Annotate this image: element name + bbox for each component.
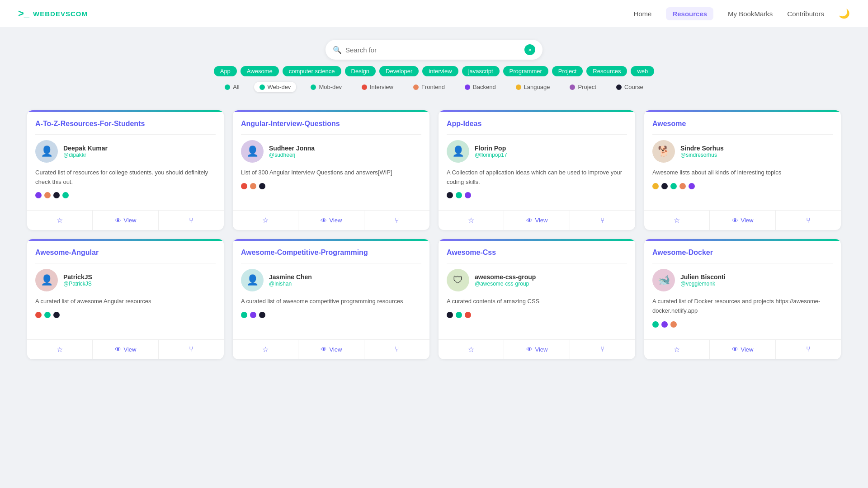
tag-programmer[interactable]: Programmer: [503, 66, 548, 76]
tag-dot: [259, 183, 265, 189]
filter-frontend[interactable]: Frontend: [408, 82, 450, 92]
view-button[interactable]: View: [710, 340, 775, 359]
dark-mode-toggle[interactable]: 🌙: [839, 8, 850, 19]
author-handle[interactable]: @PatrickJS: [63, 281, 92, 287]
clear-search-button[interactable]: ×: [524, 44, 535, 55]
tag-javascript[interactable]: javascript: [462, 66, 500, 76]
author-handle[interactable]: @sudheerj: [269, 152, 315, 158]
star-icon: [262, 216, 269, 225]
filter-mob-dev[interactable]: Mob-dev: [305, 82, 347, 92]
card-tags-dots: [35, 312, 216, 318]
view-label: View: [124, 346, 137, 353]
card-title[interactable]: Awesome: [652, 119, 833, 129]
card-content: Awesome-Competitive-Programming👤Jasmine …: [233, 241, 429, 339]
eye-icon: [526, 217, 533, 224]
author-handle[interactable]: @florinpop17: [475, 152, 507, 158]
card-title[interactable]: Awesome-Angular: [35, 248, 216, 258]
fork-button[interactable]: [776, 211, 841, 230]
star-button[interactable]: [233, 211, 298, 230]
view-label: View: [330, 346, 342, 353]
nav-resources[interactable]: Resources: [666, 7, 713, 20]
fork-button[interactable]: [159, 340, 224, 359]
fork-button[interactable]: [776, 340, 841, 359]
card-divider: [652, 134, 833, 135]
view-button[interactable]: View: [298, 211, 364, 230]
tag-project[interactable]: Project: [552, 66, 583, 76]
filter-web-dev[interactable]: Web-dev: [254, 82, 297, 92]
card-tags-dots: [447, 312, 627, 318]
author-info: awesome-css-group@awesome-css-group: [475, 273, 536, 287]
tag-developer[interactable]: Developer: [379, 66, 419, 76]
view-label: View: [535, 346, 548, 353]
card-title[interactable]: Awesome-Css: [447, 248, 627, 258]
star-button[interactable]: [233, 340, 298, 359]
tag-web[interactable]: web: [631, 66, 654, 76]
card-footer: View: [439, 339, 635, 359]
nav-contributors[interactable]: Contributors: [787, 10, 824, 18]
fork-button[interactable]: [364, 340, 429, 359]
star-button[interactable]: [439, 340, 504, 359]
tag-app[interactable]: App: [214, 66, 237, 76]
star-button[interactable]: [644, 211, 710, 230]
logo[interactable]: >_ WEBDEVSCOM: [18, 8, 88, 19]
view-button[interactable]: View: [504, 340, 570, 359]
star-button[interactable]: [27, 340, 93, 359]
filter-backend[interactable]: Backend: [459, 82, 501, 92]
tag-computer-science[interactable]: computer science: [283, 66, 341, 76]
filter-interview[interactable]: Interview: [356, 82, 399, 92]
card-title[interactable]: Angular-Interview-Questions: [241, 119, 421, 129]
eye-icon: [526, 346, 533, 353]
fork-button[interactable]: [364, 211, 429, 230]
search-input[interactable]: [345, 46, 521, 54]
view-button[interactable]: View: [93, 211, 158, 230]
star-button[interactable]: [439, 211, 504, 230]
card-description: A curated contents of amazing CSS: [447, 297, 627, 306]
tag-resources[interactable]: Resources: [586, 66, 627, 76]
author-info: Deepak Kumar@dipakkr: [63, 145, 108, 158]
view-button[interactable]: View: [504, 211, 570, 230]
view-label: View: [124, 217, 137, 224]
author-handle[interactable]: @veggiemonk: [680, 281, 726, 287]
star-button[interactable]: [644, 340, 710, 359]
filter-label: Web-dev: [268, 84, 291, 90]
card-title[interactable]: A-To-Z-Resources-For-Students: [35, 119, 216, 129]
card-title[interactable]: App-Ideas: [447, 119, 627, 129]
fork-button[interactable]: [570, 211, 635, 230]
fork-button[interactable]: [159, 211, 224, 230]
nav-bookmarks[interactable]: My BookMarks: [728, 10, 773, 18]
filter-dot: [259, 84, 265, 90]
nav-home[interactable]: Home: [633, 10, 651, 18]
filter-course[interactable]: Course: [611, 82, 649, 92]
filter-dot: [516, 84, 521, 90]
card-author: 👤Florin Pop@florinpop17: [447, 140, 627, 163]
tag-dot: [259, 312, 265, 318]
view-button[interactable]: View: [298, 340, 364, 359]
star-button[interactable]: [27, 211, 93, 230]
fork-button[interactable]: [570, 340, 635, 359]
author-handle[interactable]: @awesome-css-group: [475, 281, 536, 287]
author-handle[interactable]: @dipakkr: [63, 152, 108, 158]
card-title[interactable]: Awesome-Competitive-Programming: [241, 248, 421, 258]
filter-project[interactable]: Project: [564, 82, 601, 92]
view-button[interactable]: View: [93, 340, 158, 359]
tag-dot: [62, 192, 69, 198]
filter-language[interactable]: Language: [510, 82, 556, 92]
eye-icon: [732, 217, 738, 224]
filter-dot: [413, 84, 419, 90]
eye-icon: [115, 217, 121, 224]
author-handle[interactable]: @sindresorhus: [680, 152, 724, 158]
tag-design[interactable]: Design: [345, 66, 376, 76]
view-button[interactable]: View: [710, 211, 775, 230]
tag-awesome[interactable]: Awesome: [241, 66, 279, 76]
card-description: List of 300 Angular Interview Questions …: [241, 168, 421, 178]
card-description: Curated list of resources for college st…: [35, 168, 216, 187]
tag-dot: [35, 312, 42, 318]
tag-dot: [652, 183, 659, 189]
author-name: Florin Pop: [475, 145, 507, 152]
author-handle[interactable]: @lnishan: [269, 281, 312, 287]
tag-interview[interactable]: interview: [422, 66, 458, 76]
resource-card: A-To-Z-Resources-For-Students👤Deepak Kum…: [27, 110, 224, 230]
filter-all[interactable]: All: [219, 82, 245, 92]
card-divider: [241, 134, 421, 135]
card-title[interactable]: Awesome-Docker: [652, 248, 833, 258]
